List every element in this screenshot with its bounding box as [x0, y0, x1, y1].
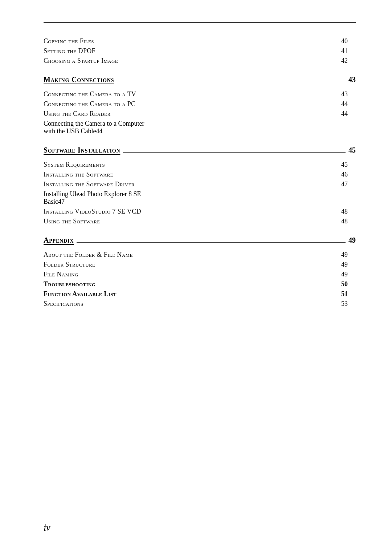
page-num: 43 [341, 90, 356, 98]
entry-text: Folder Structure [44, 261, 95, 268]
entry-text: Installing VideoStudio 7 SE VCD [44, 208, 141, 215]
page-num: 48 [341, 218, 356, 225]
page-num: 47 [341, 181, 356, 188]
page-num: 49 [341, 251, 356, 259]
entry-text: Specifications [44, 300, 83, 308]
page-num: 44 [341, 110, 356, 118]
entry-text: Installing Ulead Photo Explorer 8 SE [44, 190, 141, 198]
toc-entry-usb-line1: Connecting the Camera to a Computer [44, 120, 356, 127]
section-header-text: Making Connections [44, 76, 114, 84]
section-header-appendix: Appendix 49 [44, 236, 356, 244]
section-header-connections: Making Connections 43 [44, 76, 356, 84]
header-page: 45 [348, 146, 356, 154]
toc-entry-usb: Connecting the Camera to a Computer with… [44, 120, 356, 135]
toc-entry-troubleshooting: Troubleshooting 50 [44, 280, 356, 288]
toc-section-software: Software Installation 45 System Requirem… [44, 146, 356, 225]
toc-entry-usb-line2: with the USB Cable 44 [44, 127, 356, 135]
toc-entry-ulead-line2: Basic 47 [44, 198, 356, 206]
entry-text: Connecting the Camera to a TV [44, 90, 136, 98]
toc-entry-ulead: Installing Ulead Photo Explorer 8 SE Bas… [44, 190, 356, 206]
entry-text: Connecting the Camera to a Computer [44, 120, 144, 127]
entry-text: Setting the DPOF [44, 47, 95, 55]
toc-entry-install-driver: Installing the Software Driver 47 [44, 181, 356, 188]
entry-text: File Naming [44, 271, 78, 278]
toc-entry-sysreq: System Requirements 45 [44, 161, 356, 169]
toc-entry-specs: Specifications 53 [44, 300, 356, 308]
toc-entry-folder-file: About the Folder & File Name 49 [44, 251, 356, 259]
header-line [77, 242, 346, 243]
toc-entry-videostudio: Installing VideoStudio 7 SE VCD 48 [44, 208, 356, 215]
page-num: 41 [341, 47, 356, 55]
page-num: 51 [341, 290, 356, 298]
page-num: 40 [341, 37, 356, 45]
page-num: 48 [341, 208, 356, 215]
page-footer: iv [44, 522, 50, 533]
entry-text: About the Folder & File Name [44, 251, 133, 259]
toc-entry-setting: Setting the DPOF 41 [44, 47, 356, 55]
header-line [117, 82, 346, 82]
page-num: 46 [341, 171, 356, 178]
toc-entry-card-reader: Using the Card Reader 44 [44, 110, 356, 118]
page-num: 50 [341, 280, 356, 288]
entry-text: Troubleshooting [44, 280, 95, 288]
footer-text: iv [44, 522, 50, 533]
section-header-text: Appendix [44, 236, 74, 244]
toc-section-intro: Copying the Files 40 Setting the DPOF 41… [44, 37, 356, 65]
toc-entry-copying: Copying the Files 40 [44, 37, 356, 45]
page-num: 42 [341, 57, 356, 65]
top-rule [44, 22, 356, 23]
page-num: 44 [96, 127, 103, 135]
header-page: 49 [348, 236, 356, 244]
page-num: 53 [341, 300, 356, 308]
entry-text: Choosing a Startup Image [44, 57, 118, 65]
header-page: 43 [348, 76, 356, 84]
section-header-software: Software Installation 45 [44, 146, 356, 154]
toc-entry-install-sw: Installing the Software 46 [44, 171, 356, 178]
toc-entry-using-sw: Using the Software 48 [44, 218, 356, 225]
entry-text: Installing the Software [44, 171, 113, 178]
page-num: 45 [341, 161, 356, 169]
entry-text: Basic [44, 198, 58, 206]
toc-entry-choosing: Choosing a Startup Image 42 [44, 57, 356, 65]
entry-text: Using the Card Reader [44, 110, 110, 118]
toc-entry-camera-pc: Connecting the Camera to a PC 44 [44, 100, 356, 108]
entry-text: System Requirements [44, 161, 105, 169]
toc-sub-entries: Connecting the Camera to a TV 43 Connect… [44, 90, 356, 135]
toc-entry-camera-tv: Connecting the Camera to a TV 43 [44, 90, 356, 98]
page-container: Copying the Files 40 Setting the DPOF 41… [0, 0, 392, 555]
toc-entry-function-list: Function Available List 51 [44, 290, 356, 298]
page-num: 44 [341, 100, 356, 108]
entry-text: Connecting the Camera to a PC [44, 100, 136, 108]
entry-text: Installing the Software Driver [44, 181, 135, 188]
toc-section-appendix: Appendix 49 About the Folder & File Name… [44, 236, 356, 308]
toc-sub-entries-software: System Requirements 45 Installing the So… [44, 161, 356, 225]
section-header-text: Software Installation [44, 146, 120, 154]
page-num: 47 [58, 198, 65, 206]
header-line [123, 152, 346, 153]
toc-sub-entries-appendix: About the Folder & File Name 49 Folder S… [44, 251, 356, 308]
entry-text: with the USB Cable [44, 127, 96, 135]
page-num: 49 [341, 271, 356, 278]
toc-section-connections: Making Connections 43 Connecting the Cam… [44, 76, 356, 135]
toc-entry-ulead-line1: Installing Ulead Photo Explorer 8 SE [44, 190, 356, 198]
toc-entry-file-naming: File Naming 49 [44, 271, 356, 278]
entry-text: Copying the Files [44, 37, 94, 45]
toc-entry-folder-struct: Folder Structure 49 [44, 261, 356, 268]
page-num: 49 [341, 261, 356, 268]
entry-text: Function Available List [44, 290, 117, 298]
entry-text: Using the Software [44, 218, 100, 225]
